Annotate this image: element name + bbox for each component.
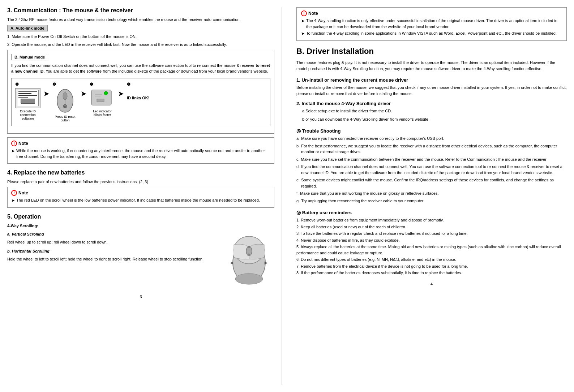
note1-item1: ➤ While the mouse is working, if encount… (11, 148, 270, 160)
section4-text: Please replace a pair of new batteries a… (7, 179, 274, 185)
install-section: 2. Install the mouse 4-Way Scrolling dri… (296, 101, 567, 122)
right-note-box: ! Note ➤ The 4-Way scrolling function is… (296, 7, 567, 41)
arrow3: ➤ (118, 82, 124, 98)
right-note-item2: ➤ To function the 4-way scrolling in som… (301, 30, 562, 37)
note2-item1: ➤ The red LED on the scroll wheel is the… (11, 197, 270, 204)
svg-text:▲: ▲ (248, 245, 250, 248)
trouble-item-e: e. Some system devices might conflict wi… (296, 177, 567, 189)
note1-box: ! Note ➤ While the mouse is working, if … (7, 137, 274, 164)
step4-num: ❹ (127, 82, 130, 87)
arrow2: ➤ (81, 82, 87, 98)
battery-item-5: 5. Always replace all the batteries at t… (296, 244, 567, 256)
right-column: ! Note ➤ The 4-Way scrolling function is… (293, 7, 567, 385)
battery-item-8: 8. If the performance of the batteries d… (296, 270, 567, 276)
step2-num: ❷ (52, 82, 56, 87)
trouble-item-f: f. Make sure that you are not working th… (296, 190, 567, 197)
horizontal-text: Hold the wheel to left to scroll left; h… (7, 256, 220, 262)
trouble-item-b: b. For the best performance, we suggest … (296, 143, 567, 155)
left-column: 3. Communication : The mouse & the recei… (7, 7, 282, 385)
line3 (18, 95, 37, 96)
section-5: 5. Operation 4-Way Scrolling: a. Vertica… (7, 214, 274, 289)
section-3: 3. Communication : The mouse & the recei… (7, 7, 274, 164)
step3-receiver (90, 88, 115, 108)
step-3: ❸ (90, 82, 115, 117)
uninstall-text: Before installing the driver of the mous… (296, 85, 567, 96)
auto-link-label: A. Auto-link mode (7, 25, 48, 31)
step2-mouse: ID (55, 88, 75, 113)
right-note-item1: ➤ The 4-Way scrolling function is only e… (301, 18, 562, 30)
battery-circle: ◎ (296, 210, 301, 215)
steps-diagram: ❶ Execute ID connection software (11, 78, 270, 126)
horizontal-section: b. Horizontal Scrolling Hold the wheel t… (7, 248, 220, 262)
note2-box: ! Note ➤ The red LED on the scroll wheel… (7, 187, 274, 208)
receiver-svg (90, 88, 115, 108)
auto-link-section: A. Auto-link mode 1. Make sure the Power… (7, 25, 274, 48)
section-4: 4. Replace the new batteries Please repl… (7, 169, 274, 208)
svg-rect-7 (97, 99, 104, 102)
step1-screen (15, 88, 40, 108)
operation-content: 4-Way Scrolling: a. Vertical Scrolling R… (7, 223, 274, 289)
step1-label: Execute ID connection software (15, 109, 40, 120)
uninstall-title: 1. Un-install or removing the current mo… (296, 77, 567, 83)
driver-section: B. Driver Installation The mouse feature… (296, 47, 567, 122)
step-2: ❷ ID Press ID reset button (52, 82, 78, 122)
trouble-item-c: c. Make sure you have set the communicat… (296, 156, 567, 163)
battery-item-6: 6. Do not mix different types of batteri… (296, 257, 567, 263)
left-page-num: 3 (7, 294, 274, 299)
install-item1: a.Select setup.exe to install the driver… (296, 108, 567, 114)
install-item2: b.or you can download the 4-Way Scrollin… (296, 116, 567, 122)
svg-text:►: ► (264, 260, 269, 266)
battery-item-7: 7. Remove batteries from the electrical … (296, 263, 567, 270)
step-1: ❶ Execute ID connection software (15, 82, 40, 120)
line4 (18, 97, 28, 98)
battery-item-1: 1. Remove worn-out batteries from equipm… (296, 217, 567, 223)
vertical-label: a. Vertical Scrolling (7, 231, 220, 237)
manual-mode-label: B. Manual mode (11, 54, 48, 60)
trouble-list: a. Make sure you have connected the rece… (296, 135, 567, 204)
step4-label: ID links OK! (127, 96, 149, 100)
driver-intro: The mouse features plug & play. It is no… (296, 60, 567, 72)
note2-title: ! Note (11, 190, 270, 196)
section3-title: 3. Communication : The mouse & the recei… (7, 7, 274, 14)
note1-title: ! Note (11, 141, 270, 146)
step4-ok: ID links OK! (127, 88, 149, 108)
battery-section: ◎ Battery use reminders 1. Remove worn-o… (296, 210, 567, 276)
mouse-3d-svg: ▲ ▼ ◄ ► (224, 223, 274, 288)
vertical-text: Roll wheel up to scroll up; roll wheel d… (7, 239, 220, 245)
section5-title: 5. Operation (7, 214, 274, 220)
battery-title: ◎ Battery use reminders (296, 210, 567, 215)
svg-rect-5 (91, 90, 111, 105)
horizontal-label: b. Horizontal Scrolling (7, 248, 220, 254)
note1-arrow: ➤ (11, 148, 15, 160)
operation-text: 4-Way Scrolling: a. Vertical Scrolling R… (7, 223, 220, 289)
battery-item-3: 3. To have the batteries with a regular … (296, 231, 567, 237)
step3-label: Led indicator blinks faster (90, 109, 115, 117)
trouble-circle: ◎ (296, 128, 301, 134)
trouble-item-g: g. Try unplugging then reconnecting the … (296, 198, 567, 204)
svg-point-17 (235, 273, 263, 284)
trouble-section: ◎ Trouble Shooting a. Make sure you have… (296, 128, 567, 204)
section3-intro: The 2.4Ghz RF mouse features a dual-way … (7, 17, 274, 23)
mouse-svg: ID (55, 88, 75, 113)
arrow1: ➤ (43, 82, 50, 98)
note2-arrow: ➤ (11, 197, 15, 204)
step1-num: ❶ (15, 82, 19, 87)
trouble-title: ◎ Trouble Shooting (296, 128, 567, 134)
battery-item-2: 2. Keep all batteries (used or new) out … (296, 224, 567, 230)
step3-num: ❸ (90, 82, 93, 87)
install-title: 2. Install the mouse 4-Way Scrolling dri… (296, 101, 567, 106)
auto-link-step1: 1. Make sure the Power On-Off Switch on … (7, 34, 274, 40)
scrolling-label: 4-Way Scrolling: (7, 224, 38, 228)
right-note-arrow1: ➤ (301, 18, 305, 30)
step-4: ❹ ID links OK! (127, 82, 149, 108)
right-page-num: 4 (296, 282, 567, 286)
trouble-item-d: d. If you find the communication channel… (296, 164, 567, 176)
line2 (18, 93, 31, 94)
battery-item-4: 4. Never dispose of batteries in fire, a… (296, 237, 567, 244)
svg-point-2 (63, 92, 67, 100)
section4-title: 4. Replace the new batteries (7, 169, 274, 176)
auto-link-step2: 2. Operate the mouse, and the LED in the… (7, 42, 274, 48)
manual-mode-section: B. Manual mode If you find the communica… (7, 50, 274, 134)
battery-list: 1. Remove worn-out batteries from equipm… (296, 217, 567, 276)
driver-section-title: B. Driver Installation (296, 47, 567, 56)
